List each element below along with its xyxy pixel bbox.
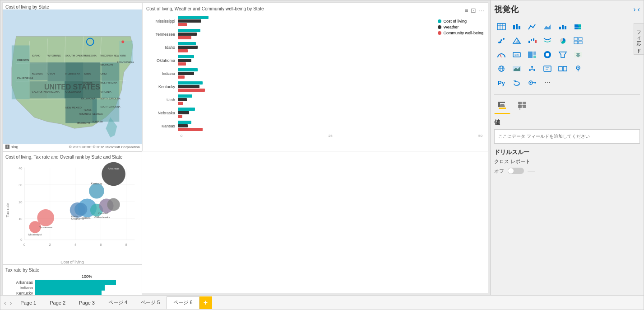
svg-rect-111 bbox=[531, 39, 532, 41]
svg-text:SOUTH CAROLINA: SOUTH CAROLINA bbox=[101, 106, 121, 108]
bar-row-label: Indiana bbox=[146, 71, 178, 76]
svg-text:KPI: KPI bbox=[514, 54, 519, 56]
icon-python[interactable] bbox=[510, 76, 524, 89]
more-options-icon[interactable]: ··· bbox=[479, 7, 484, 14]
icon-nav-card[interactable] bbox=[540, 62, 555, 75]
tax-chart-title: Tax rate by State bbox=[5, 268, 139, 272]
values-field-area[interactable]: ここにデータ フィールドを追加してください bbox=[494, 129, 640, 144]
svg-rect-12 bbox=[119, 41, 133, 64]
icon-gauge[interactable] bbox=[494, 48, 509, 61]
svg-rect-95 bbox=[559, 27, 561, 29]
bars-group bbox=[178, 94, 482, 105]
icon-donut[interactable] bbox=[540, 48, 555, 61]
icon-waterfall[interactable] bbox=[525, 34, 539, 47]
tab-page5[interactable]: ページ 5 bbox=[134, 296, 167, 309]
icon-r-visual[interactable]: Py bbox=[494, 76, 509, 89]
legend-dot-community bbox=[438, 31, 441, 35]
svg-rect-158 bbox=[523, 102, 526, 104]
format-btn-analytics[interactable] bbox=[514, 98, 530, 114]
legend-label-cost: Cost of living bbox=[443, 19, 467, 23]
tab-nav-left[interactable]: ‹ bbox=[2, 299, 8, 306]
svg-rect-103 bbox=[578, 28, 581, 29]
bar-segment bbox=[178, 29, 200, 32]
icon-funnel[interactable] bbox=[556, 48, 570, 61]
bar-segment bbox=[178, 23, 187, 26]
tab-page3[interactable]: Page 3 bbox=[72, 296, 102, 309]
viz-header: 視覚化 › ‹ bbox=[494, 4, 640, 15]
icon-stacked-bar[interactable] bbox=[571, 20, 585, 33]
svg-text:30: 30 bbox=[19, 183, 22, 187]
cross-report-label: クロス レポート bbox=[494, 158, 640, 165]
tab-nav-right[interactable]: › bbox=[8, 299, 14, 306]
bottom-row: Tax rate by State 100% ArkansasIndianaKe… bbox=[2, 151, 488, 295]
section-divider-1 bbox=[494, 94, 640, 95]
toggle-thumb bbox=[508, 168, 514, 174]
bing-logo: 🅱 bing bbox=[5, 145, 19, 149]
svg-marker-127 bbox=[559, 52, 566, 57]
icon-line-chart[interactable] bbox=[525, 20, 539, 33]
icon-map-fill[interactable] bbox=[571, 48, 585, 61]
tax-bar-label: Indiana bbox=[5, 286, 35, 290]
menu-icon[interactable]: ≡ bbox=[464, 7, 468, 14]
svg-rect-98 bbox=[575, 24, 578, 26]
svg-text:OKLAHOMA: OKLAHOMA bbox=[81, 97, 95, 100]
scatter-chart-panel: Cost of living, Tax rate and Overall ran… bbox=[2, 151, 142, 264]
x-axis-labels: 0 25 50 bbox=[146, 134, 482, 138]
nav-back-arrow[interactable]: ‹ bbox=[638, 5, 640, 14]
svg-rect-100 bbox=[575, 26, 579, 28]
bar-segment bbox=[178, 19, 201, 23]
bar-segment bbox=[178, 42, 196, 45]
viz-tab-label[interactable]: フィールド bbox=[634, 23, 644, 55]
format-btn-paint[interactable] bbox=[494, 98, 510, 114]
svg-text:0: 0 bbox=[23, 243, 25, 247]
icon-key-influencer[interactable] bbox=[525, 76, 539, 89]
icon-mountain[interactable] bbox=[510, 34, 524, 47]
tab-page4[interactable]: ページ 4 bbox=[102, 296, 134, 309]
bar-segment bbox=[178, 121, 191, 124]
bars-group bbox=[178, 29, 482, 39]
svg-text:20: 20 bbox=[19, 200, 22, 204]
svg-text:NEW MEXICO: NEW MEXICO bbox=[65, 106, 82, 109]
icon-treemap[interactable] bbox=[525, 48, 539, 61]
icon-more-visuals[interactable]: ··· bbox=[540, 76, 555, 89]
bar-chart-header: Cost of living, Weather and Community we… bbox=[146, 6, 484, 14]
bar-segment bbox=[178, 115, 182, 118]
tax-bar-row: Indiana bbox=[5, 285, 139, 291]
icon-filled-map[interactable] bbox=[510, 62, 524, 75]
svg-rect-115 bbox=[574, 38, 578, 40]
icon-card[interactable]: KPI bbox=[510, 48, 524, 61]
tab-page6[interactable]: ページ 6 bbox=[167, 296, 199, 309]
icon-map-pin[interactable] bbox=[571, 62, 585, 75]
tax-bars-container: ArkansasIndianaKentuckyIdahoNebraskaKans… bbox=[5, 280, 139, 295]
icon-globe[interactable] bbox=[494, 62, 509, 75]
icon-table[interactable] bbox=[494, 20, 509, 33]
map-svg[interactable]: OREGON CALIFORNIA IDAHO NEVADA CALIFORNI… bbox=[3, 3, 142, 151]
icon-matrix[interactable] bbox=[571, 34, 585, 47]
icon-column-chart[interactable] bbox=[556, 20, 570, 33]
bar-row-label: Kentucky bbox=[146, 85, 178, 89]
svg-text:8: 8 bbox=[125, 243, 127, 247]
svg-text:UTAH: UTAH bbox=[47, 72, 55, 75]
svg-text:2: 2 bbox=[49, 243, 51, 247]
viz-format-row bbox=[494, 98, 640, 114]
icon-ribbon[interactable] bbox=[540, 34, 555, 47]
bar-row-label: Oklahoma bbox=[146, 58, 178, 63]
svg-rect-116 bbox=[579, 38, 582, 40]
icon-scatter[interactable] bbox=[494, 34, 509, 47]
legend-dot-weather bbox=[438, 25, 441, 29]
icon-bar-chart[interactable] bbox=[510, 20, 524, 33]
icon-pie[interactable] bbox=[556, 34, 570, 47]
expand-icon[interactable]: ⊡ bbox=[471, 7, 476, 14]
tab-page2[interactable]: Page 2 bbox=[43, 296, 72, 309]
svg-text:Kansas/: Kansas/ bbox=[98, 211, 108, 215]
bars-group bbox=[178, 121, 482, 131]
tab-page1[interactable]: Page 1 bbox=[14, 296, 43, 309]
icon-page-nav[interactable] bbox=[556, 62, 570, 75]
icon-decomp-tree[interactable] bbox=[525, 62, 539, 75]
tab-add[interactable]: + bbox=[199, 296, 212, 309]
icon-area-chart[interactable] bbox=[540, 20, 555, 33]
scatter-svg[interactable]: 40 30 20 10 0 0 2 4 6 8 bbox=[12, 161, 139, 259]
toggle-track[interactable] bbox=[508, 168, 524, 174]
x-axis-main-label: Cost of living bbox=[5, 260, 139, 264]
nav-forward-arrow[interactable]: › bbox=[633, 5, 635, 14]
